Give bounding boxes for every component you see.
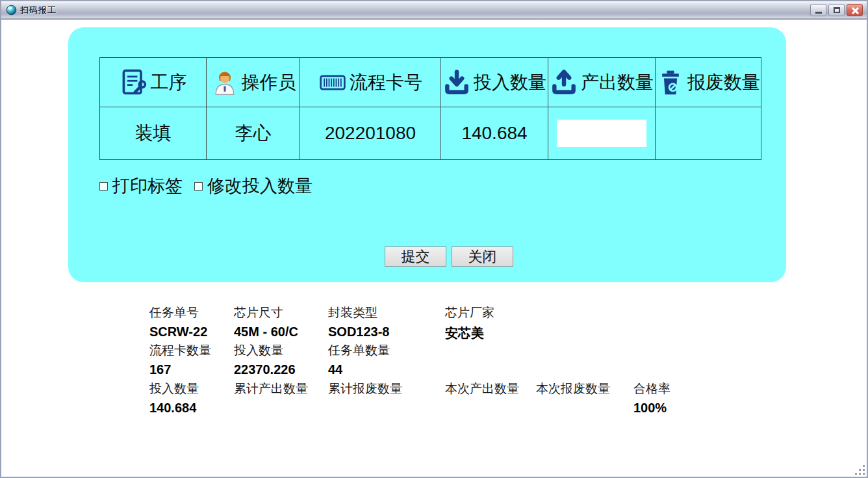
info-task-order-no: 任务单号 SCRW-22 bbox=[149, 304, 207, 340]
header-output-qty: 产出数量 bbox=[548, 58, 656, 107]
info-label: 累计报废数量 bbox=[328, 380, 402, 397]
info-label: 投入数量 bbox=[234, 342, 309, 359]
info-pass-rate: 合格率 100% bbox=[633, 380, 670, 416]
header-input-qty: 投入数量 bbox=[441, 58, 548, 107]
checkbox-icon[interactable] bbox=[99, 182, 108, 191]
cell-input-qty: 140.684 bbox=[441, 107, 548, 160]
info-value: SOD123-8 bbox=[328, 325, 390, 340]
info-label: 封装类型 bbox=[328, 304, 390, 321]
info-label: 任务单数量 bbox=[328, 342, 390, 359]
header-label: 工序 bbox=[151, 70, 187, 95]
checkbox-icon[interactable] bbox=[194, 182, 203, 191]
action-buttons: 提交 关闭 bbox=[385, 246, 513, 267]
input-qty-value: 140.684 bbox=[461, 123, 527, 143]
header-process: 工序 bbox=[100, 58, 207, 107]
header-label: 投入数量 bbox=[474, 70, 546, 95]
modify-input-qty-checkbox[interactable]: 修改投入数量 bbox=[194, 174, 313, 198]
checkbox-label: 修改投入数量 bbox=[207, 174, 313, 198]
checkbox-label: 打印标签 bbox=[112, 174, 183, 198]
minimize-icon bbox=[815, 12, 822, 14]
cell-scrap-qty bbox=[656, 107, 761, 160]
maximize-button[interactable] bbox=[828, 4, 845, 16]
app-window: 扫码报工 bbox=[0, 0, 868, 478]
info-input-qty: 投入数量 140.684 bbox=[149, 380, 199, 416]
info-value bbox=[328, 401, 402, 416]
close-button[interactable] bbox=[847, 4, 863, 16]
info-label: 芯片尺寸 bbox=[234, 304, 307, 321]
process-icon bbox=[120, 68, 148, 97]
operator-value: 李心 bbox=[235, 123, 272, 143]
cell-output-qty bbox=[548, 107, 656, 160]
info-label: 累计产出数量 bbox=[234, 380, 308, 397]
output-qty-icon bbox=[550, 68, 578, 97]
info-task-order-qty: 任务单数量 44 bbox=[328, 342, 390, 378]
info-cum-output-qty: 累计产出数量 bbox=[234, 380, 308, 416]
close-icon bbox=[851, 7, 859, 14]
info-package-type: 封装类型 SOD123-8 bbox=[328, 304, 390, 340]
info-value: 45M - 60/C bbox=[234, 325, 307, 340]
barcode-icon bbox=[318, 68, 347, 97]
info-value bbox=[234, 401, 308, 416]
scrap-qty-icon bbox=[656, 68, 685, 97]
info-value: SCRW-22 bbox=[149, 325, 207, 340]
info-label: 流程卡数量 bbox=[149, 342, 211, 359]
info-current-output-qty: 本次产出数量 bbox=[445, 380, 519, 416]
info-label: 合格率 bbox=[633, 380, 670, 397]
cell-operator: 李心 bbox=[207, 107, 300, 160]
resize-grip[interactable] bbox=[855, 465, 865, 475]
info-chip-size: 芯片尺寸 45M - 60/C bbox=[234, 304, 307, 340]
header-operator: 操作员 bbox=[207, 58, 300, 107]
window-title: 扫码报工 bbox=[20, 5, 57, 16]
report-panel: 工序 操作员 bbox=[68, 27, 786, 282]
info-input-qty-total: 投入数量 22370.226 bbox=[234, 342, 309, 378]
submit-button[interactable]: 提交 bbox=[385, 246, 446, 267]
info-label: 本次产出数量 bbox=[445, 380, 519, 397]
info-label: 芯片厂家 bbox=[445, 304, 494, 321]
maximize-icon bbox=[834, 7, 840, 13]
info-label: 任务单号 bbox=[149, 304, 207, 321]
options-row: 打印标签 修改投入数量 bbox=[99, 174, 313, 198]
cell-card-no: 202201080 bbox=[300, 107, 441, 160]
table-row: 装填 李心 202201080 140.684 bbox=[100, 107, 761, 160]
info-cum-scrap-qty: 累计报废数量 bbox=[328, 380, 402, 416]
info-value: 100% bbox=[633, 401, 670, 416]
window-content: 工序 操作员 bbox=[1, 20, 867, 477]
header-card-no: 流程卡号 bbox=[300, 58, 441, 107]
close-dialog-button[interactable]: 关闭 bbox=[452, 246, 513, 267]
header-label: 操作员 bbox=[242, 70, 296, 95]
info-value: 44 bbox=[328, 362, 390, 378]
process-value: 装填 bbox=[135, 123, 172, 143]
work-report-table: 工序 操作员 bbox=[99, 57, 761, 160]
info-value: 167 bbox=[149, 362, 211, 378]
output-qty-input[interactable] bbox=[557, 120, 646, 147]
card-no-value: 202201080 bbox=[325, 123, 416, 143]
info-label: 投入数量 bbox=[149, 380, 199, 397]
info-current-scrap-qty: 本次报废数量 bbox=[536, 380, 610, 416]
info-flow-card-count: 流程卡数量 167 bbox=[149, 342, 211, 378]
info-chip-maker: 芯片厂家 安芯美 bbox=[445, 304, 494, 342]
print-label-checkbox[interactable]: 打印标签 bbox=[99, 174, 183, 198]
minimize-button[interactable] bbox=[810, 4, 826, 16]
input-qty-icon bbox=[442, 68, 471, 97]
info-value bbox=[445, 401, 519, 416]
info-value: 安芯美 bbox=[445, 325, 494, 342]
header-label: 流程卡号 bbox=[350, 70, 422, 95]
info-label: 本次报废数量 bbox=[536, 380, 610, 397]
cell-process: 装填 bbox=[100, 107, 207, 160]
info-value bbox=[536, 401, 610, 416]
info-value: 22370.226 bbox=[234, 362, 309, 378]
info-value: 140.684 bbox=[149, 401, 199, 416]
header-label: 产出数量 bbox=[581, 70, 654, 95]
header-label: 报废数量 bbox=[687, 70, 760, 95]
title-bar: 扫码报工 bbox=[1, 1, 867, 20]
header-scrap-qty: 报废数量 bbox=[656, 58, 761, 107]
operator-icon bbox=[211, 68, 239, 97]
app-globe-icon bbox=[6, 5, 17, 16]
